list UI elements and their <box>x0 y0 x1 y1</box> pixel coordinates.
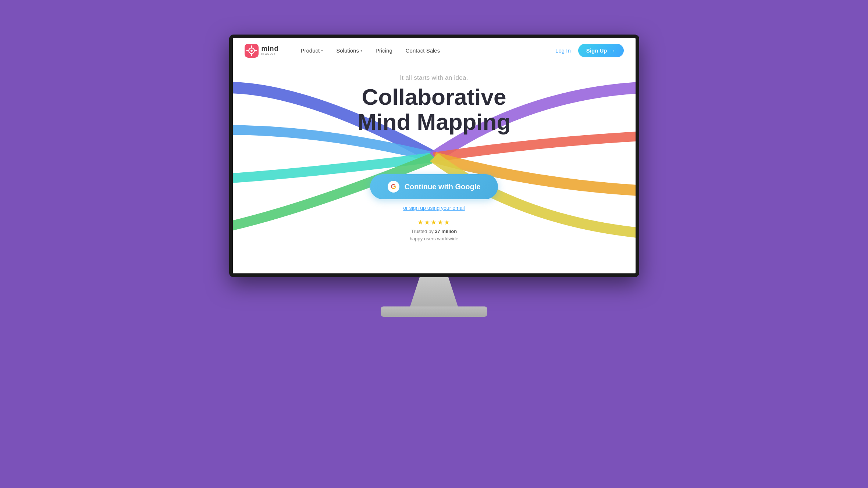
monitor-stand-neck <box>410 277 458 306</box>
logo-mind-text: mind <box>262 45 279 53</box>
signup-button[interactable]: Sign Up → <box>578 44 624 57</box>
stars: ★★★★★ <box>417 218 451 226</box>
monitor-stand-base <box>381 306 487 317</box>
hero-subtitle: It all starts with an idea. <box>400 74 468 82</box>
logo-text: mind master <box>262 45 279 56</box>
logo-master-text: master <box>262 52 279 56</box>
monitor-wrapper: mind master Product ▾ Solutions ▾ Pricin… <box>221 35 647 453</box>
nav-contact-sales[interactable]: Contact Sales <box>406 47 440 54</box>
nav-solutions[interactable]: Solutions ▾ <box>336 47 362 54</box>
rating-area: ★★★★★ Trusted by 37 million happy users … <box>410 218 458 242</box>
monitor-screen: mind master Product ▾ Solutions ▾ Pricin… <box>229 35 639 277</box>
nav-product[interactable]: Product ▾ <box>301 47 323 54</box>
signup-arrow-icon: → <box>610 47 616 54</box>
svg-point-2 <box>250 50 253 52</box>
hero-title: Collaborative Mind Mapping <box>357 85 511 134</box>
nav-actions: Log In Sign Up → <box>555 44 623 57</box>
nav-links: Product ▾ Solutions ▾ Pricing Contact Sa… <box>301 47 556 54</box>
nav-pricing[interactable]: Pricing <box>376 47 392 54</box>
product-chevron-icon: ▾ <box>321 49 323 53</box>
login-button[interactable]: Log In <box>555 47 571 54</box>
google-icon: G <box>388 181 399 193</box>
solutions-chevron-icon: ▾ <box>360 49 362 53</box>
hero-section: It all starts with an idea. Collaborativ… <box>233 63 636 242</box>
trust-number: 37 million <box>435 229 457 234</box>
email-signup-link[interactable]: or sign up using your email <box>403 205 465 211</box>
cta-area: G Continue with Google or sign up using … <box>370 174 498 242</box>
trust-text: Trusted by 37 million happy users worldw… <box>410 228 458 242</box>
logo-area[interactable]: mind master <box>245 44 279 58</box>
logo-icon <box>245 44 259 58</box>
continue-google-button[interactable]: G Continue with Google <box>370 174 498 199</box>
navbar: mind master Product ▾ Solutions ▾ Pricin… <box>233 38 636 63</box>
